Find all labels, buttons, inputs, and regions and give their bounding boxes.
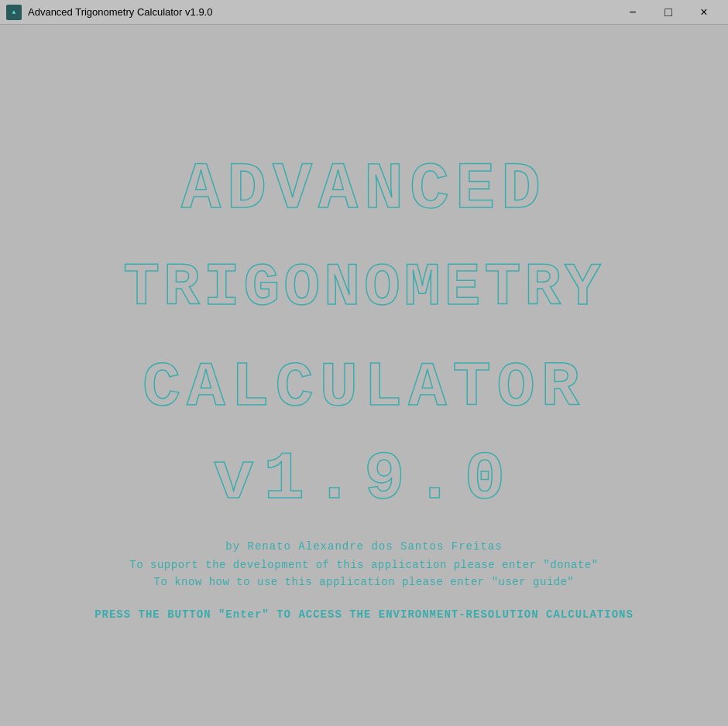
big-title-svg: ADVANCED TRIGONOMETRY CALCULATOR v1.9.0 bbox=[31, 130, 697, 540]
author-text: by Renato Alexandre dos Santos Freitas bbox=[225, 540, 502, 553]
title-bar: ▲ Advanced Trigonometry Calculator v1.9.… bbox=[0, 0, 728, 25]
user-guide-text: To know how to use this application plea… bbox=[154, 576, 575, 588]
app-icon: ▲ bbox=[6, 5, 22, 20]
close-button[interactable]: × bbox=[686, 0, 722, 25]
svg-text:ADVANCED: ADVANCED bbox=[181, 152, 547, 228]
maximize-button[interactable]: □ bbox=[651, 0, 686, 25]
svg-text:TRIGONOMETRY: TRIGONOMETRY bbox=[123, 254, 605, 322]
press-enter-text: PRESS THE BUTTON "Enter" TO ACCESS THE E… bbox=[94, 608, 634, 621]
svg-text:v1.9.0: v1.9.0 bbox=[214, 441, 515, 518]
window-controls: − □ × bbox=[615, 0, 722, 25]
donate-text: To support the development of this appli… bbox=[129, 559, 598, 571]
window-title: Advanced Trigonometry Calculator v1.9.0 bbox=[28, 6, 615, 18]
minimize-button[interactable]: − bbox=[615, 0, 651, 25]
svg-text:CALCULATOR: CALCULATOR bbox=[143, 352, 585, 424]
main-content: ADVANCED TRIGONOMETRY CALCULATOR v1.9.0 … bbox=[0, 25, 728, 726]
